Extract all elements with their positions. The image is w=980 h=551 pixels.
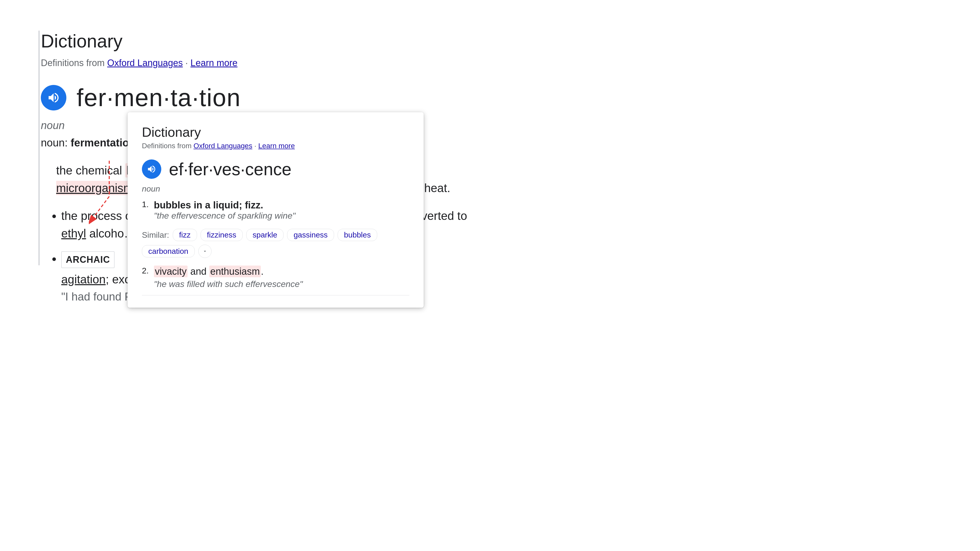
word-header: fer·men·ta·tion	[41, 84, 475, 112]
popup-divider	[142, 295, 409, 295]
word-forms-prefix: noun:	[41, 137, 68, 149]
popup-word-phonetic: ef·fer·ves·cence	[169, 159, 291, 179]
popup-dict-title: Dictionary	[142, 124, 409, 140]
ethyl-link[interactable]: ethyl	[61, 227, 86, 240]
def1-number: 1.	[142, 200, 149, 223]
popup-dictionary-card: Dictionary Definitions from Oxford Langu…	[127, 112, 424, 308]
def2-highlight-vivacity: vivacity	[154, 265, 188, 277]
expand-similar-button[interactable]	[198, 245, 212, 258]
def1-row: 1. bubbles in a liquid; fizz. "the effer…	[142, 200, 409, 227]
chip-gassiness[interactable]: gassiness	[287, 229, 334, 241]
agitation-link[interactable]: agitation	[61, 273, 106, 286]
def2-text: vivacity and enthusiasm.	[154, 266, 303, 277]
left-border	[38, 30, 40, 265]
popup-source: Definitions from Oxford Languages · Lear…	[142, 142, 409, 150]
learn-more-link[interactable]: Learn more	[190, 58, 237, 68]
popup-word-header: ef·fer·ves·cence	[142, 159, 409, 179]
popup-word-pos: noun	[142, 184, 409, 194]
chip-fizz[interactable]: fizz	[173, 229, 197, 241]
def2-number: 2.	[142, 266, 149, 287]
chip-fizziness[interactable]: fizziness	[200, 229, 243, 241]
def2-row: 2. vivacity and enthusiasm. "he was fill…	[142, 266, 409, 289]
archaic-badge: ARCHAIC	[61, 251, 115, 268]
sound-button[interactable]	[41, 85, 66, 110]
popup-sound-button[interactable]	[142, 159, 161, 179]
def1-quote: "the effervescence of sparkling wine"	[154, 211, 296, 221]
speaker-icon	[47, 91, 60, 104]
similar-label: Similar:	[142, 230, 169, 240]
word-phonetic: fer·men·ta·tion	[76, 84, 241, 112]
microorganisms-link[interactable]: microorganisms	[56, 181, 139, 195]
popup-separator: ·	[254, 142, 258, 150]
def2-highlight-enthusiasm: enthusiasm	[209, 265, 261, 277]
popup-source-text: Definitions from	[142, 142, 192, 150]
similar-row: Similar: fizz fizziness sparkle gassines…	[142, 229, 409, 258]
def1-main-text: bubbles in a liquid; fizz.	[154, 200, 296, 211]
source-text: Definitions from	[41, 58, 105, 68]
def2-content: vivacity and enthusiasm. "he was filled …	[154, 266, 303, 289]
oxford-link[interactable]: Oxford Languages	[107, 58, 183, 68]
chip-sparkle[interactable]: sparkle	[246, 229, 284, 241]
popup-learn-more[interactable]: Learn more	[258, 142, 295, 150]
dict-title: Dictionary	[41, 30, 475, 52]
dict-source: Definitions from Oxford Languages · Lear…	[41, 58, 475, 68]
chip-carbonation[interactable]: carbonation	[142, 245, 195, 257]
def1-content: bubbles in a liquid; fizz. "the efferves…	[154, 200, 296, 227]
separator: ·	[185, 58, 190, 68]
def2-and: and	[188, 266, 209, 277]
popup-oxford-link[interactable]: Oxford Languages	[193, 142, 252, 150]
word-forms-bold: fermentation	[71, 137, 135, 149]
chevron-down-icon	[202, 249, 207, 254]
popup-speaker-icon	[147, 164, 156, 174]
chip-bubbles[interactable]: bubbles	[338, 229, 377, 241]
def2-quote: "he was filled with such effervescence"	[154, 279, 303, 289]
